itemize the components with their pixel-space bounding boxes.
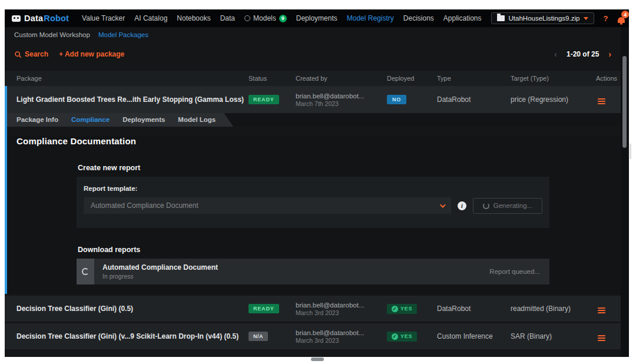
tab-package-info[interactable]: Package Info xyxy=(16,116,58,123)
page-title: Compliance Documentation xyxy=(16,136,621,146)
actions-menu-icon[interactable] xyxy=(596,306,607,315)
project-selector[interactable]: UtahHouseListings9.zip xyxy=(491,12,595,24)
brand-robot: Robot xyxy=(44,14,69,23)
actions-menu-icon[interactable] xyxy=(596,97,607,106)
vertical-scrollbar-thumb[interactable] xyxy=(622,56,627,148)
check-icon: ✓ xyxy=(392,333,398,340)
nav-item-data[interactable]: Data xyxy=(220,14,235,22)
top-nav: DataRobot Value Tracker AI Catalog Noteb… xyxy=(5,9,629,27)
column-status: Status xyxy=(249,75,296,82)
column-deployed: Deployed xyxy=(387,75,437,82)
vertical-scrollbar[interactable] xyxy=(621,27,629,357)
pagination-count: 1-20 of 25 xyxy=(567,50,599,58)
help-button[interactable]: ? xyxy=(603,14,608,23)
app-window: DataRobot Value Tracker AI Catalog Noteb… xyxy=(5,9,629,357)
nav-item-ai-catalog[interactable]: AI Catalog xyxy=(134,14,167,22)
report-state: Report queued... xyxy=(489,268,540,275)
type-cell: DataRobot xyxy=(437,305,511,313)
status-badge: READY xyxy=(249,304,279,313)
tab-deployments[interactable]: Deployments xyxy=(122,116,165,123)
type-cell: DataRobot xyxy=(437,95,511,104)
nav-item-model-registry[interactable]: Model Registry xyxy=(347,14,394,22)
breadcrumb-model-packages[interactable]: Model Packages xyxy=(98,31,148,38)
column-target: Target (Type) xyxy=(511,75,596,82)
breadcrumb-custom-model-workshop[interactable]: Custom Model Workshop xyxy=(14,31,90,38)
notifications-button[interactable]: 4 xyxy=(617,13,627,24)
window-resize-handle[interactable] xyxy=(630,144,631,159)
nav-item-notebooks[interactable]: Notebooks xyxy=(177,14,210,22)
table-row[interactable]: Decision Tree Classifier (Gini) (0.5) RE… xyxy=(5,296,621,322)
folder-icon xyxy=(497,15,505,21)
report-template-select[interactable]: Automated Compliance Document xyxy=(84,197,451,214)
pagination-prev-icon[interactable]: ‹ xyxy=(554,49,557,59)
search-label: Search xyxy=(25,50,48,58)
generate-report-button[interactable]: Generating... xyxy=(473,198,542,214)
created-by-email: brian.bell@datarobot... xyxy=(296,329,387,336)
search-icon xyxy=(14,51,22,58)
package-name: Decision Tree Classifier (Gini) (0.5) xyxy=(16,305,249,313)
package-name: Decision Tree Classifier (Gini) (v...9 S… xyxy=(16,332,249,340)
report-status: In progress xyxy=(102,273,218,280)
download-reports-heading: Download reports xyxy=(78,246,549,254)
table-header: Package Status Created by Deployed Type … xyxy=(5,71,621,86)
pagination-next-icon[interactable]: › xyxy=(608,49,611,59)
chevron-down-icon xyxy=(584,17,588,20)
column-package: Package xyxy=(16,75,249,82)
nav-right-cluster: UtahHouseListings9.zip ? 4 xyxy=(491,12,636,24)
info-icon[interactable]: i xyxy=(458,201,466,210)
horizontal-scrollbar-thumb[interactable] xyxy=(311,358,324,361)
nav-item-models-label: Models xyxy=(253,14,276,22)
nav-item-applications[interactable]: Applications xyxy=(443,14,482,22)
tab-model-logs[interactable]: Model Logs xyxy=(178,116,216,123)
generate-button-label: Generating... xyxy=(493,202,532,209)
deployed-badge: NO xyxy=(387,95,406,104)
tab-compliance[interactable]: Compliance xyxy=(71,116,110,123)
table-row[interactable]: Decision Tree Classifier (Gini) (v...9 S… xyxy=(5,323,621,349)
deployed-badge: ✓YES xyxy=(387,332,417,342)
target-cell: price (Regression) xyxy=(511,95,596,104)
created-by-email: brian.bell@datarobot... xyxy=(296,302,387,309)
column-created-by: Created by xyxy=(296,75,387,82)
report-name: Automated Compliance Document xyxy=(102,263,218,272)
download-report-item[interactable]: Automated Compliance Document In progres… xyxy=(77,259,549,284)
nav-item-deployments[interactable]: Deployments xyxy=(296,14,337,22)
target-cell: SAR (Binary) xyxy=(511,332,596,340)
created-date: March 3rd 2023 xyxy=(296,337,387,344)
breadcrumb: Custom Model Workshop Model Packages xyxy=(5,27,621,42)
robot-head-icon xyxy=(12,15,21,22)
created-by-cell: brian.bell@datarobot... March 3rd 2023 xyxy=(296,329,387,344)
pagination: ‹ 1-20 of 25 › xyxy=(554,49,611,59)
create-report-panel: Report template: Automated Compliance Do… xyxy=(77,177,549,228)
check-icon: ✓ xyxy=(392,306,398,312)
column-type: Type xyxy=(437,75,511,82)
models-count-badge: 9 xyxy=(279,15,287,22)
content-bottom-spacer xyxy=(5,349,621,357)
project-name: UtahHouseListings9.zip xyxy=(509,15,580,22)
target-cell: readmitted (Binary) xyxy=(511,305,596,313)
compliance-panel: Compliance Documentation Create new repo… xyxy=(7,136,621,294)
status-badge: READY xyxy=(249,95,279,104)
report-template-label: Report template: xyxy=(84,185,542,192)
search-button[interactable]: Search xyxy=(14,50,48,58)
nav-item-models[interactable]: Models 9 xyxy=(244,14,287,22)
created-date: March 3rd 2023 xyxy=(296,309,387,316)
add-new-package-button[interactable]: + Add new package xyxy=(59,50,124,58)
nav-item-value-tracker[interactable]: Value Tracker xyxy=(82,14,125,22)
spinner-icon xyxy=(483,203,489,209)
created-by-cell: brian.bell@datarobot... March 7th 2023 xyxy=(296,92,387,107)
brand-data: Data xyxy=(24,14,43,23)
table-row[interactable]: Light Gradient Boosted Trees Re...ith Ea… xyxy=(7,86,621,113)
report-texts: Automated Compliance Document In progres… xyxy=(102,263,218,280)
nav-item-decisions[interactable]: Decisions xyxy=(403,14,434,22)
selected-package-block: Light Gradient Boosted Trees Re...ith Ea… xyxy=(5,86,621,294)
actions-menu-icon[interactable] xyxy=(596,333,607,343)
report-template-value: Automated Compliance Document xyxy=(91,201,198,210)
deployed-badge: ✓YES xyxy=(387,304,417,314)
toolbar: Search + Add new package ‹ 1-20 of 25 › xyxy=(5,46,621,62)
package-name: Light Gradient Boosted Trees Re...ith Ea… xyxy=(16,95,249,104)
notifications-badge: 4 xyxy=(621,11,629,18)
column-actions: Actions xyxy=(596,75,621,82)
datarobot-logo[interactable]: DataRobot xyxy=(12,14,69,23)
type-cell: Custom Inference xyxy=(437,332,511,340)
created-by-cell: brian.bell@datarobot... March 3rd 2023 xyxy=(296,302,387,316)
